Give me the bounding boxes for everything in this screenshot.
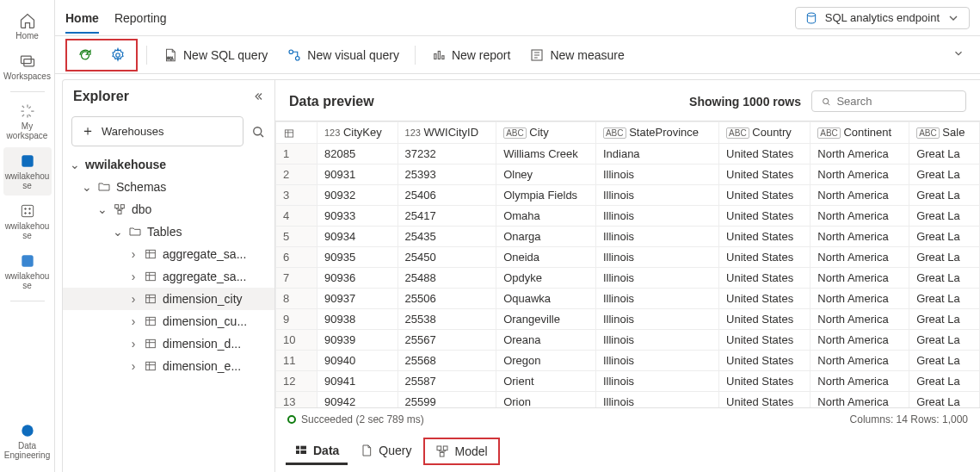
table-row[interactable]: 39093225406Olympia FieldsIllinoisUnited … [276,184,980,205]
table-cell[interactable]: Great La [909,308,980,329]
rail-my-workspace[interactable]: My workspace [3,97,52,146]
table-cell[interactable]: Illinois [595,246,718,267]
tree-tables[interactable]: ⌄ Tables [63,220,274,243]
table-cell[interactable]: Illinois [595,288,718,308]
table-cell[interactable]: Oreana [496,329,596,350]
new-visual-query-button[interactable]: New visual query [280,42,406,68]
refresh-button[interactable] [71,42,100,68]
table-row[interactable]: 129094125587OrientIllinoisUnited StatesN… [276,370,980,391]
table-cell[interactable]: Indiana [595,143,718,164]
table-cell[interactable]: Great La [909,267,980,288]
settings-button[interactable] [103,42,133,68]
table-cell[interactable]: North America [811,370,909,391]
table-cell[interactable]: North America [811,143,909,164]
table-cell[interactable]: North America [811,288,909,308]
grid-corner[interactable] [276,122,317,144]
tree-table-item[interactable]: ›dimension_e... [63,355,274,377]
bottom-tab-data[interactable]: Data [286,438,348,465]
tree-root-wwilakehouse[interactable]: ⌄ wwilakehouse [63,153,274,176]
new-sql-query-button[interactable]: SQL New SQL query [156,42,274,68]
table-cell[interactable]: 90936 [317,267,398,288]
table-cell[interactable]: 90935 [317,246,398,267]
sql-endpoint-dropdown[interactable]: SQL analytics endpoint [795,7,970,29]
tree-table-item[interactable]: ›dimension_cu... [63,310,274,332]
table-cell[interactable]: Oneida [496,246,596,267]
table-cell[interactable]: 25538 [398,308,496,329]
table-cell[interactable]: Great La [909,370,980,391]
table-cell[interactable]: North America [811,184,909,205]
table-cell[interactable]: Orient [496,370,596,391]
table-cell[interactable]: Oquawka [496,288,596,308]
table-cell[interactable]: Great La [909,184,980,205]
table-cell[interactable]: Illinois [595,226,718,246]
table-cell[interactable]: Illinois [595,370,718,391]
tab-reporting[interactable]: Reporting [114,3,167,34]
column-header[interactable]: ABC Country [719,122,811,144]
table-cell[interactable]: United States [719,308,811,329]
collapse-panel-icon[interactable] [252,90,264,102]
tree-schemas[interactable]: ⌄ Schemas [63,176,274,198]
table-cell[interactable]: 25435 [398,226,496,246]
table-cell[interactable]: United States [719,246,811,267]
new-measure-button[interactable]: New measure [522,42,631,68]
rail-data-engineering[interactable]: Data Engineering [3,417,52,465]
table-cell[interactable]: 25567 [398,329,496,350]
table-cell[interactable]: 90940 [317,350,398,370]
table-cell[interactable]: Onarga [496,226,596,246]
table-cell[interactable]: 90939 [317,329,398,350]
table-cell[interactable]: Williams Creek [496,143,596,164]
table-cell[interactable]: United States [719,143,811,164]
table-cell[interactable]: Great La [909,226,980,246]
table-cell[interactable]: North America [811,391,909,407]
table-row[interactable]: 79093625488OpdykeIllinoisUnited StatesNo… [276,267,980,288]
column-header[interactable]: ABC Sale [909,122,980,144]
tree-table-item[interactable]: ›aggregate_sa... [63,243,274,265]
table-cell[interactable]: 82085 [317,143,398,164]
table-cell[interactable]: 37232 [398,143,496,164]
table-cell[interactable]: North America [811,205,909,226]
table-cell[interactable]: 25406 [398,184,496,205]
table-cell[interactable]: United States [719,391,811,407]
table-cell[interactable]: Illinois [595,205,718,226]
table-cell[interactable]: Olney [496,164,596,184]
tab-home[interactable]: Home [65,3,99,34]
table-cell[interactable]: 90931 [317,164,398,184]
table-cell[interactable]: United States [719,329,811,350]
table-row[interactable]: 139094225599OrionIllinoisUnited StatesNo… [276,391,980,407]
table-cell[interactable]: North America [811,164,909,184]
rail-wwilakehouse-2[interactable]: wwilakehou se [3,197,52,245]
table-cell[interactable]: Great La [909,391,980,407]
rail-home[interactable]: Home [3,7,52,46]
table-cell[interactable]: 90932 [317,184,398,205]
table-cell[interactable]: United States [719,288,811,308]
table-cell[interactable]: Great La [909,164,980,184]
table-cell[interactable]: Oregon [496,350,596,370]
warehouses-button[interactable]: ＋ Warehouses [71,116,243,146]
table-cell[interactable]: United States [719,164,811,184]
table-row[interactable]: 18208537232Williams CreekIndianaUnited S… [276,143,980,164]
table-cell[interactable]: North America [811,350,909,370]
search-input[interactable] [836,95,957,108]
table-cell[interactable]: 25450 [398,246,496,267]
table-cell[interactable]: 25568 [398,350,496,370]
table-cell[interactable]: 25599 [398,391,496,407]
table-cell[interactable]: North America [811,267,909,288]
tree-table-item[interactable]: ›aggregate_sa... [63,265,274,288]
table-cell[interactable]: North America [811,308,909,329]
table-row[interactable]: 99093825538OrangevilleIllinoisUnited Sta… [276,308,980,329]
table-cell[interactable]: 90937 [317,288,398,308]
table-cell[interactable]: North America [811,226,909,246]
column-header[interactable]: 123 CityKey [317,122,398,144]
table-cell[interactable]: Illinois [595,267,718,288]
table-cell[interactable]: United States [719,184,811,205]
table-row[interactable]: 49093325417OmahaIllinoisUnited StatesNor… [276,205,980,226]
bottom-tab-query[interactable]: Query [351,438,420,465]
rail-wwilakehouse-3[interactable]: wwilakehou se [3,247,52,295]
table-cell[interactable]: 90941 [317,370,398,391]
tree-dbo[interactable]: ⌄ dbo [63,198,274,220]
tree-table-item[interactable]: ›dimension_d... [63,332,274,355]
table-cell[interactable]: Illinois [595,308,718,329]
table-cell[interactable]: Orangeville [496,308,596,329]
table-cell[interactable]: Great La [909,350,980,370]
table-cell[interactable]: 90933 [317,205,398,226]
